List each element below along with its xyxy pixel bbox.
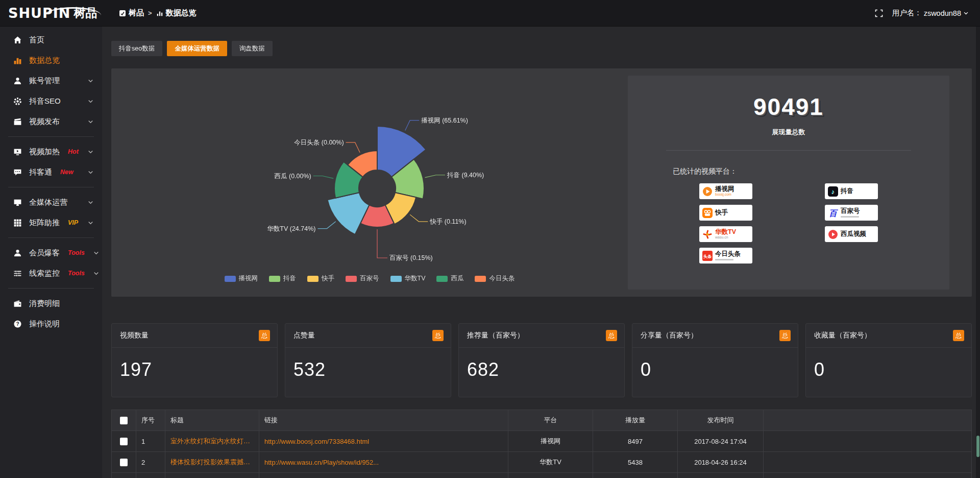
table-row-partial (112, 473, 972, 478)
sidebar-item-label: 视频加热 (29, 147, 60, 157)
cell-time: 2018-04-26 16:24 (678, 452, 764, 473)
chevron-down-icon (86, 98, 95, 104)
sidebar-item-label: 账号管理 (29, 76, 60, 86)
legend-label: 快手 (322, 274, 334, 283)
gear-icon (13, 97, 22, 106)
legend-item-5[interactable]: 华数TV (390, 274, 426, 283)
sidebar-nav: 首页数据总览账号管理抖音SEO视频发布视频加热Hot抖客通New全媒体运营矩阵助… (0, 30, 102, 334)
sliders-icon (13, 269, 22, 278)
sidebar-item-manual[interactable]: ?操作说明 (0, 314, 102, 334)
chart-legend: 播视网抖音快手百家号华数TV西瓜今日头条 (111, 274, 628, 283)
video-url-link[interactable]: http://www.wasu.cn/Play/show/id/952... (264, 459, 503, 466)
total-impressions-label: 展现量总数 (628, 128, 949, 137)
platform-logo-icon: ♪♪ (828, 186, 838, 197)
legend-swatch (475, 276, 486, 282)
platform-badge-4: 百百家号 (825, 205, 878, 221)
sidebar-item-badge: Hot (68, 148, 79, 155)
cell-link: http://www.wasu.cn/Play/show/id/952... (259, 452, 508, 473)
sidebar-item-heat[interactable]: 视频加热Hot (0, 141, 102, 162)
chevron-down-icon (963, 10, 969, 16)
cell-platform: 播视网 (508, 431, 593, 452)
pie-label: 抖音 (9.40%) (447, 172, 484, 179)
col-header-time: 发布时间 (678, 410, 764, 431)
tab-3[interactable]: 询盘数据 (232, 41, 273, 56)
cell-plays: 5438 (593, 452, 678, 473)
select-all-header (112, 410, 136, 431)
pie-label: 播视网 (65.61%) (421, 117, 468, 124)
legend-item-2[interactable]: 抖音 (269, 274, 296, 283)
total-badge: 总 (779, 330, 791, 341)
sidebar-item-home[interactable]: 首页 (0, 30, 102, 50)
video-url-link[interactable]: http://www.boosj.com/7338468.html (264, 438, 503, 445)
sidebar-item-label: 线索监控 (29, 269, 60, 278)
cell-platform: 华数TV (508, 452, 593, 473)
monitor-icon (13, 198, 22, 207)
legend-item-4[interactable]: 百家号 (346, 274, 379, 283)
tab-2[interactable]: 全媒体运营数据 (167, 41, 227, 56)
stat-card-title: 推荐量（百家号） (467, 331, 524, 340)
tab-1[interactable]: 抖音seo数据 (111, 41, 162, 56)
sidebar-item-member[interactable]: 会员爆客Tools (0, 243, 102, 263)
sidebar-item-matrix[interactable]: 矩阵助推VIP (0, 212, 102, 233)
table-row: 1室外水纹灯和室内水纹灯的区别和简介http://www.boosj.com/7… (112, 431, 972, 452)
pie-label: 百家号 (0.15%) (389, 254, 433, 261)
platform-badge-2: ♪♪抖音 (825, 183, 878, 199)
rose-pie-chart: 播视网 (65.61%)抖音 (9.40%)快手 (0.11%)百家号 (0.1… (111, 68, 628, 297)
fullscreen-icon[interactable] (875, 9, 883, 17)
sidebar-item-label: 抖客通 (29, 168, 52, 177)
table-header-row: 序号标题链接平台播放量发布时间 (112, 410, 972, 431)
scrollbar-thumb[interactable] (976, 436, 979, 457)
sidebar-item-douyin-seo[interactable]: 抖音SEO (0, 91, 102, 111)
chevron-down-icon (92, 270, 101, 276)
username-label: 用户名： (892, 8, 922, 18)
stat-card-title: 视频数量 (120, 331, 149, 340)
legend-swatch (436, 276, 448, 282)
user-menu[interactable]: 用户名： zswodun88 (892, 8, 969, 18)
legend-label: 华数TV (405, 274, 426, 283)
chevron-down-icon (86, 78, 95, 84)
row-checkbox[interactable] (120, 459, 128, 466)
sidebar-item-publish[interactable]: 视频发布 (0, 111, 102, 132)
chevron-down-icon (86, 220, 95, 226)
sidebar-item-account[interactable]: 账号管理 (0, 70, 102, 91)
pie-label-line (313, 176, 333, 179)
sidebar-item-data[interactable]: 数据总览 (0, 50, 102, 70)
pie-slice-5[interactable] (328, 193, 370, 234)
stat-card-value: 532 (285, 348, 451, 380)
sidebar-divider (8, 136, 94, 137)
breadcrumb: 树品 > 数据总览 (119, 8, 197, 18)
stat-card-3: 推荐量（百家号）总682 (458, 323, 625, 397)
legend-item-7[interactable]: 今日头条 (475, 274, 514, 283)
legend-item-1[interactable]: 播视网 (225, 274, 258, 283)
stat-cards-row: 视频数量总197点赞量总532推荐量（百家号）总682分享量（百家号）总0收藏量… (111, 323, 972, 397)
select-all-checkbox[interactable] (120, 417, 128, 424)
bar-chart-icon (156, 10, 163, 17)
sidebar-item-omni-media[interactable]: 全媒体运营 (0, 192, 102, 212)
breadcrumb-home[interactable]: 树品 (119, 8, 144, 18)
sidebar-item-douketong[interactable]: 抖客通New (0, 162, 102, 182)
sidebar-item-consume[interactable]: 消费明细 (0, 293, 102, 314)
svg-text:百: 百 (829, 208, 838, 217)
sidebar-divider (8, 187, 94, 187)
legend-item-3[interactable]: 快手 (307, 274, 334, 283)
breadcrumb-current[interactable]: 数据总览 (156, 8, 197, 18)
bar-chart-icon (13, 56, 22, 65)
row-checkbox[interactable] (120, 438, 128, 445)
sidebar-item-badge: VIP (68, 219, 78, 226)
video-title-link[interactable]: 楼体投影灯投影效果震撼上市 (170, 458, 254, 467)
sidebar-item-label: 操作说明 (29, 319, 60, 329)
sidebar-item-clue[interactable]: 线索监控Tools (0, 263, 102, 283)
video-title-link[interactable]: 室外水纹灯和室内水纹灯的区别和简介 (170, 437, 254, 446)
pie-label-line (410, 214, 428, 222)
platform-logo-icon (702, 208, 713, 218)
sidebar-item-label: 视频发布 (29, 117, 60, 127)
sidebar-item-label: 消费明细 (29, 299, 60, 308)
col-header-title: 标题 (165, 410, 259, 431)
platform-name: 快手 (715, 209, 728, 216)
pie-label: 西瓜 (0.00%) (275, 173, 311, 180)
app-square-icon (119, 10, 126, 17)
chevron-down-icon (86, 199, 95, 205)
legend-item-6[interactable]: 西瓜 (436, 274, 463, 283)
svg-text:头条: 头条 (703, 254, 712, 259)
legend-swatch (225, 276, 236, 282)
